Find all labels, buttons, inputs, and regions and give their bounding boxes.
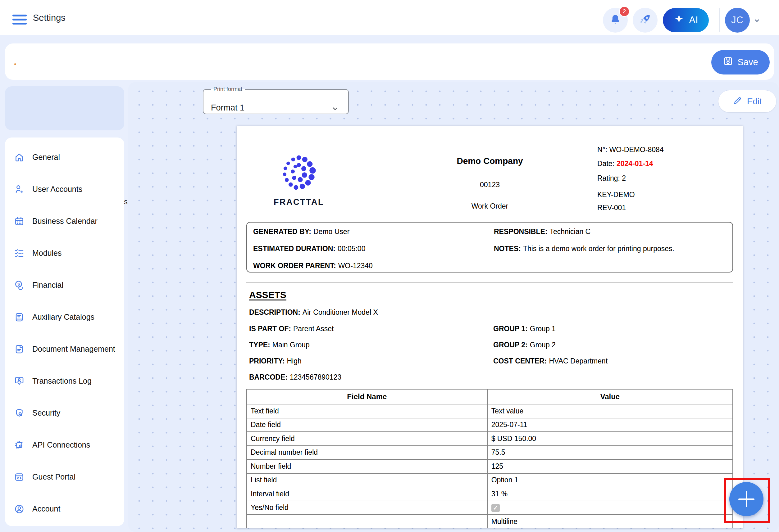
book-icon <box>14 312 25 323</box>
header-divider <box>719 8 720 32</box>
table-row: Multiline <box>247 515 733 528</box>
field-value-cell: Option 1 <box>487 473 733 487</box>
sidebar-item-label: Transactions Log <box>32 377 92 386</box>
rocket-icon <box>638 13 652 27</box>
print-format-value: Format 1 <box>211 103 244 113</box>
sidebar-item-label: Modules <box>32 249 62 258</box>
floppy-icon <box>723 56 733 69</box>
field-value-cell: 125 <box>487 459 733 473</box>
table-header-value: Value <box>487 389 733 404</box>
save-button-label: Save <box>737 57 758 67</box>
table-row: Currency field$ USD 150.00 <box>247 432 733 446</box>
sidebar-item-label: User Accounts <box>32 185 82 194</box>
save-toolbar <box>5 44 774 80</box>
company-name: Demo Company <box>381 156 599 166</box>
sidebar-item-label: API Connections <box>32 441 90 450</box>
sidebar-item-general[interactable]: General <box>5 141 124 173</box>
fracttal-logo-icon <box>281 155 316 191</box>
rocket-button[interactable] <box>633 8 658 32</box>
workorder-info-box: GENERATED BY:Demo UserESTIMATED DURATION… <box>246 222 733 272</box>
edit-button-label: Edit <box>747 96 762 107</box>
field-name-cell <box>247 515 487 528</box>
notifications-button[interactable]: 2 <box>603 8 628 32</box>
sidebar-item-modules[interactable]: Modules <box>5 237 124 269</box>
sidebar-item-auxiliary-catalogs[interactable]: Auxiliary Catalogs <box>5 301 124 333</box>
field-name-cell: List field <box>247 473 487 487</box>
sidebar-menu: GeneralUser AccountsBusiness CalendarMod… <box>5 137 124 526</box>
checklist-icon <box>14 248 25 259</box>
page-title: Settings <box>33 13 66 23</box>
add-button[interactable] <box>729 482 764 516</box>
table-row: Number field125 <box>247 459 733 473</box>
sidebar-item-account[interactable]: Account <box>5 493 124 525</box>
id-badge-icon <box>14 376 25 387</box>
calendar-icon <box>14 216 25 227</box>
chip-gear-icon <box>14 440 25 451</box>
field-value-cell: 2025-07-11 <box>487 418 733 432</box>
field-value-cell: $ USD 150.00 <box>487 432 733 446</box>
workorder-key: KEY-DEMO <box>597 191 635 199</box>
chevron-down-icon[interactable] <box>752 16 762 26</box>
field-value-cell: ✓ <box>487 501 733 515</box>
print-format-select[interactable]: Print format Format 1 <box>203 86 349 114</box>
document-field: GROUP 2:Group 2 <box>493 341 556 349</box>
sidebar-item-label: General <box>32 153 60 162</box>
sidebar-item-api-connections[interactable]: API Connections <box>5 429 124 461</box>
ai-button[interactable]: AI <box>663 8 709 32</box>
divider <box>246 282 733 283</box>
sidebar-item-transactions-log[interactable]: Transactions Log <box>5 365 124 397</box>
field-name-cell: Number field <box>247 459 487 473</box>
brand-wordmark: FRACTTAL <box>249 197 349 207</box>
coin-icon: $ <box>14 280 25 291</box>
sidebar-item-financial[interactable]: $Financial <box>5 269 124 301</box>
notification-badge: 2 <box>619 6 630 17</box>
field-name-cell: Interval field <box>247 487 487 501</box>
workorder-number: N°: WO-DEMO-8084 <box>597 146 664 154</box>
sidebar-item-label: Business Calendar <box>32 217 98 226</box>
home-icon <box>14 152 25 163</box>
user-add-icon <box>14 184 25 195</box>
browser-code-icon <box>14 471 25 483</box>
save-button[interactable]: Save <box>711 50 770 74</box>
document-field: PRIORITY:High <box>249 357 302 365</box>
sidebar-item-label: Document Management <box>32 344 115 353</box>
field-name-cell: Date field <box>247 418 487 432</box>
table-row: List fieldOption 1 <box>247 473 733 487</box>
document-field: BARCODE:1234567890123 <box>249 373 341 382</box>
ai-button-label: AI <box>689 15 698 26</box>
main-panel: Print format Format 1 Edit FRACTTAL Demo… <box>128 82 779 532</box>
plus-icon <box>738 490 755 508</box>
sidebar-item-guest-portal[interactable]: Guest Portal <box>5 461 124 493</box>
field-name-cell: Yes/No field <box>247 501 487 515</box>
checkbox-checked-icon: ✓ <box>491 504 500 512</box>
document-field: RESPONSIBLE:Technician C <box>494 227 591 236</box>
field-name-cell: Text field <box>247 404 487 418</box>
field-value-cell: 75.5 <box>487 446 733 460</box>
document-field: GROUP 1:Group 1 <box>493 325 556 333</box>
company-code: 00123 <box>381 181 599 189</box>
table-row: Text fieldText value <box>247 404 733 418</box>
print-format-label: Print format <box>211 86 245 92</box>
workorder-date: Date:2024-01-14 <box>597 159 653 168</box>
table-header-field-name: Field Name <box>247 389 487 404</box>
document-field: DESCRIPTION:Air Conditioner Model X <box>249 308 378 317</box>
document-type: Work Order <box>381 202 599 210</box>
edit-button[interactable]: Edit <box>718 90 776 112</box>
field-name-cell: Decimal number field <box>247 446 487 460</box>
field-value-cell: 31 % <box>487 487 733 501</box>
sidebar-item-security[interactable]: Security <box>5 397 124 429</box>
sidebar-item-document-management[interactable]: Document Management <box>5 333 124 365</box>
sidebar-item-label: Financial <box>32 281 63 289</box>
info-banner: Information You have pending changes to … <box>5 86 124 130</box>
table-row: Date field2025-07-11 <box>247 418 733 432</box>
avatar[interactable]: JC <box>725 8 750 32</box>
workorder-rating: Rating: 2 <box>597 174 626 183</box>
custom-fields-table: Field Name Value Text fieldText valueDat… <box>246 389 733 528</box>
document-field: COST CENTER:HVAC Department <box>493 357 607 365</box>
sidebar-item-business-calendar[interactable]: Business Calendar <box>5 205 124 237</box>
svg-text:$: $ <box>17 282 20 286</box>
sidebar-item-user-accounts[interactable]: User Accounts <box>5 173 124 205</box>
menu-icon[interactable] <box>12 15 27 26</box>
document-preview: FRACTTAL Demo Company 00123 Work Order N… <box>237 126 743 528</box>
chevron-down-icon <box>330 104 340 114</box>
